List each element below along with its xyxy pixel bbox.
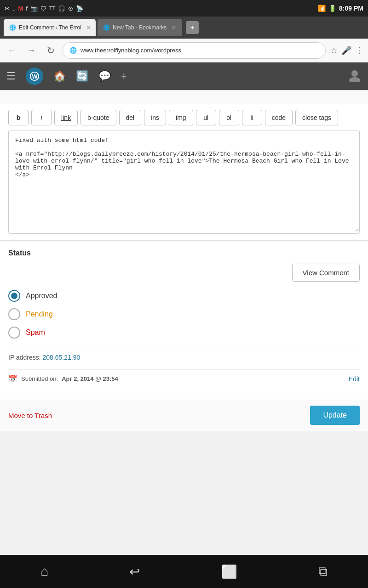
hamburger-menu-icon[interactable]: ☰ [6,70,16,82]
main-content: b i link b-quote del ins img ul ol li co… [0,90,368,431]
meta-info: IP address: 208.65.21.90 📅 Submitted on:… [8,349,360,392]
new-tab-button[interactable]: + [186,21,199,34]
pending-radio-circle [8,308,20,320]
img-button[interactable]: img [169,110,193,125]
url-display: www.theerrolflynnblog.com/wordpress [80,47,181,54]
status-title: Status [8,249,360,257]
ol-button[interactable]: ol [219,110,239,125]
active-tab[interactable]: 🌐 Edit Comment ‹ The Errol ✕ [4,19,96,36]
status-section: Status View Comment Approved Pending [0,240,368,397]
download-icon: ↓ [12,5,16,12]
date-row: 📅 Submitted on: Apr 2, 2014 @ 23:54 Edit [8,369,360,388]
globe-icon: 🌐 [69,47,77,54]
edit-link[interactable]: Edit [349,375,360,383]
wifi-icon: 📡 [76,5,83,12]
svg-text:W: W [32,73,38,80]
inactive-tab-label: New Tab - Bookmarks [113,24,167,31]
url-bar: ← → ↻ 🌐 www.theerrolflynnblog.com/wordpr… [0,39,368,62]
format-toolbar: b i link b-quote del ins img ul ol li co… [0,103,368,125]
android-recents-btn[interactable]: ⧉ [318,564,328,579]
status-bar-left: ✉ ↓ M f 📷 🛡 TT 🎧 ⊙ 📡 [5,5,83,12]
status-bar-right: 📶 🔋 8:09 PM [318,5,363,12]
active-tab-favicon: 🌐 [9,24,16,31]
android-back-btn[interactable]: ↩ [129,564,140,579]
forward-button[interactable]: → [24,43,39,58]
add-icon[interactable]: + [121,70,127,82]
android-nav-bar: ⌂ ↩ ⬜ ⧉ [0,555,368,588]
android-home2-btn[interactable]: ⬜ [221,564,237,579]
comment-icon[interactable]: 💬 [98,70,111,82]
close-tags-button[interactable]: close tags [295,110,338,125]
sync-icon[interactable]: 🔄 [76,70,88,82]
del-button[interactable]: del [119,110,142,125]
active-tab-close[interactable]: ✕ [86,24,92,31]
browser-tabs: 🌐 Edit Comment ‹ The Errol ✕ 🌐 New Tab -… [0,17,368,39]
editor-top-spacer [0,90,368,103]
spam-radio[interactable]: Spam [8,327,360,339]
code-button[interactable]: code [265,110,293,125]
signal-icon: 📶 [318,5,326,12]
approved-radio-inner [11,293,17,299]
facebook-icon: f [26,5,28,12]
inactive-tab[interactable]: 🌐 New Tab - Bookmarks ✕ [98,19,182,36]
action-bar: Move to Trash Update [0,399,368,431]
time-display: 8:09 PM [339,5,363,12]
li-button[interactable]: li [242,110,262,125]
svg-point-2 [351,70,358,77]
talktalk-icon: TT [49,6,55,11]
spam-radio-circle [8,327,20,339]
view-comment-row: View Comment [8,264,360,282]
headphones-icon: 🎧 [58,5,65,12]
status-bar: ✉ ↓ M f 📷 🛡 TT 🎧 ⊙ 📡 📶 🔋 8:09 PM [0,0,368,17]
back-button[interactable]: ← [5,43,19,58]
android-home-btn[interactable]: ⌂ [40,564,48,579]
pending-label: Pending [26,310,53,318]
refresh-button[interactable]: ↻ [43,43,58,58]
url-input-wrap[interactable]: 🌐 www.theerrolflynnblog.com/wordpress [63,42,326,59]
bold-button[interactable]: b [8,110,29,125]
ip-label: IP address: [8,354,41,361]
submitted-label: Submitted on: [21,375,58,382]
voice-button[interactable]: 🎤 [341,45,351,56]
wp-logo-icon[interactable]: W [26,68,43,85]
comment-editor: Fixed with some html code! <a href="http… [8,130,360,234]
inactive-tab-favicon: 🌐 [103,24,110,31]
wp-toolbar: ☰ W 🏠 🔄 💬 + [0,62,368,90]
menu-dots-button[interactable]: ⋮ [355,45,363,56]
move-to-trash-button[interactable]: Move to Trash [8,412,52,419]
link-button[interactable]: link [54,110,78,125]
pending-radio[interactable]: Pending [8,308,360,320]
bookmark-button[interactable]: ☆ [330,45,338,56]
email-icon: ✉ [5,5,10,12]
blockquote-button[interactable]: b-quote [80,110,116,125]
ul-button[interactable]: ul [196,110,216,125]
spam-label: Spam [26,328,45,337]
photo-icon: 📷 [30,5,38,12]
status-radio-group: Approved Pending Spam [8,290,360,339]
user-avatar[interactable] [348,68,362,84]
active-tab-label: Edit Comment ‹ The Errol [19,24,81,31]
italic-button[interactable]: i [31,110,52,125]
submitted-date: Apr 2, 2014 @ 23:54 [62,375,118,382]
shield-icon: 🛡 [40,5,46,12]
ins-button[interactable]: ins [144,110,166,125]
headset-icon: ⊙ [68,5,73,12]
date-row-left: 📅 Submitted on: Apr 2, 2014 @ 23:54 [8,374,118,383]
svg-point-3 [349,77,360,82]
approved-radio-circle [8,290,20,302]
battery-icon: 🔋 [328,5,336,12]
calendar-icon: 📅 [8,374,17,383]
view-comment-button[interactable]: View Comment [292,264,360,282]
update-button[interactable]: Update [310,406,360,425]
url-actions: ☆ 🎤 ⋮ [330,45,363,56]
home-icon[interactable]: 🏠 [53,70,66,82]
ip-address-link[interactable]: 208.65.21.90 [42,354,80,361]
approved-label: Approved [26,292,58,300]
gmail-icon: M [18,5,23,12]
ip-row: IP address: 208.65.21.90 [8,354,360,361]
approved-radio[interactable]: Approved [8,290,360,302]
inactive-tab-close[interactable]: ✕ [171,24,177,31]
comment-textarea[interactable]: Fixed with some html code! <a href="http… [9,130,359,232]
